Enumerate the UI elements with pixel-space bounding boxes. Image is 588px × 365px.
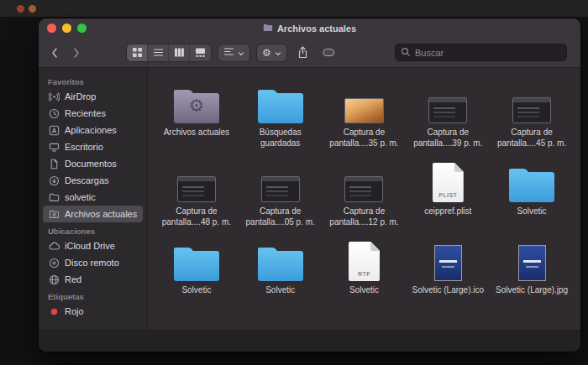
file-item[interactable]: Solvetic (Large).ico: [406, 239, 490, 296]
zoom-button[interactable]: [77, 23, 87, 33]
file-icon-box: [428, 81, 467, 123]
sidebar-item-rojo[interactable]: Rojo: [43, 303, 143, 320]
file-icon-box: [258, 81, 303, 123]
view-switcher: [127, 44, 211, 61]
search-input[interactable]: [415, 48, 561, 58]
file-name: ceippref.plist: [424, 206, 471, 217]
file-item[interactable]: Captura de pantalla....39 p. m.: [406, 81, 490, 149]
sidebar-section-label-ubicaciones: Ubicaciones: [39, 222, 147, 237]
file-item[interactable]: Captura de pantalla....35 p. m.: [323, 81, 407, 149]
file-name: Solvetic: [349, 285, 379, 296]
document-icon: [48, 159, 60, 169]
smart-folder-icon: ⚙: [174, 90, 219, 123]
file-item[interactable]: Solvetic: [490, 160, 574, 227]
applications-icon: [48, 125, 60, 136]
sidebar-item-escritorio[interactable]: Escritorio: [43, 138, 143, 155]
file-item[interactable]: Captura de pantalla....48 p. m.: [155, 160, 239, 227]
folder-icon: [174, 248, 219, 281]
file-icon-box: [174, 239, 219, 281]
close-button[interactable]: [47, 23, 56, 33]
screenshot-thumbnail: [428, 97, 467, 123]
sidebar-item-label: solvetic: [65, 192, 96, 202]
sidebar-item-label: Escritorio: [65, 142, 103, 152]
sidebar-item-descargas[interactable]: Descargas: [43, 172, 143, 189]
sidebar-item-aplicaciones[interactable]: Aplicaciones: [43, 122, 143, 138]
sidebar-item-label: AirDrop: [65, 91, 96, 102]
screenshot-thumbnail: [512, 97, 551, 123]
file-icon-box: [434, 239, 462, 281]
tags-button[interactable]: [319, 48, 339, 57]
actions-button[interactable]: ⚙: [257, 44, 286, 61]
file-item[interactable]: Solvetic: [155, 239, 239, 296]
background-window-minimize-icon: [29, 5, 36, 13]
file-item[interactable]: PLISTceippref.plist: [406, 160, 490, 227]
file-name: Archivos actuales: [164, 128, 229, 138]
file-item[interactable]: Solvetic (Large).jpg: [490, 239, 574, 296]
globe-icon: [48, 274, 60, 285]
back-button[interactable]: [50, 47, 59, 59]
file-item[interactable]: Captura de pantalla....05 p. m.: [239, 160, 323, 227]
file-name: Captura de pantalla....35 p. m.: [323, 128, 407, 149]
share-button[interactable]: [294, 46, 312, 59]
sidebar-item-label: Documentos: [65, 159, 117, 169]
file-item[interactable]: Captura de pantalla....45 p. m.: [490, 81, 574, 149]
view-icons-button[interactable]: [127, 44, 148, 61]
sidebar-item-documentos[interactable]: Documentos: [43, 155, 143, 172]
file-icon-box: [344, 81, 384, 123]
file-item[interactable]: Captura de pantalla....12 p. m.: [323, 160, 407, 227]
sidebar-item-airdrop[interactable]: AirDrop: [43, 88, 143, 105]
search-field[interactable]: [395, 44, 567, 61]
window-controls: [47, 23, 87, 33]
file-name: Solvetic (Large).ico: [412, 285, 484, 296]
window-title: Archivos actuales: [277, 23, 356, 34]
file-name: Solvetic: [265, 285, 295, 296]
title-bar[interactable]: Archivos actuales: [39, 18, 580, 38]
sidebar-item-red[interactable]: Red: [43, 271, 143, 288]
screenshot-thumbnail: [261, 176, 300, 202]
file-item[interactable]: Búsquedas guardadas: [239, 81, 323, 149]
view-gallery-button[interactable]: [190, 44, 211, 61]
file-name: Captura de pantalla....12 p. m.: [323, 206, 407, 227]
photo-thumbnail: [344, 98, 384, 123]
file-name: Solvetic (Large).jpg: [496, 285, 568, 296]
file-item[interactable]: RTFSolvetic: [323, 239, 407, 296]
forward-button[interactable]: [72, 47, 81, 59]
image-thumbnail: [518, 245, 546, 281]
window-body: FavoritosAirDropRecientesAplicacionesEsc…: [39, 68, 580, 330]
sidebar-item-disco-remoto[interactable]: Disco remoto: [43, 254, 143, 271]
sidebar: FavoritosAirDropRecientesAplicacionesEsc…: [39, 68, 148, 330]
sidebar-section-label-favoritos: Favoritos: [39, 73, 147, 88]
image-thumbnail: [434, 245, 462, 281]
sidebar-item-archivos-actuales[interactable]: Archivos actuales: [43, 206, 143, 222]
sidebar-item-icloud-drive[interactable]: iCloud Drive: [43, 237, 143, 254]
clock-icon: [48, 108, 60, 119]
chevron-down-icon: [238, 45, 244, 60]
minimize-button[interactable]: [62, 23, 71, 33]
sidebar-item-solvetic[interactable]: solvetic: [43, 189, 143, 206]
background-window-close-icon: [17, 5, 24, 13]
finder-window: Archivos actuales ⚙ FavoritosAirDr: [39, 18, 580, 352]
window-bottom-strip: [39, 330, 580, 352]
disc-icon: [48, 258, 60, 269]
group-button[interactable]: [218, 44, 249, 61]
file-item[interactable]: Solvetic: [239, 239, 323, 296]
file-icon-box: [258, 239, 303, 281]
document-file-icon: RTF: [349, 242, 380, 281]
file-icon-box: [344, 160, 383, 202]
content-area[interactable]: ⚙Archivos actualesBúsquedas guardadasCap…: [148, 68, 580, 330]
sidebar-item-recientes[interactable]: Recientes: [43, 105, 143, 122]
file-type-badge: PLIST: [433, 192, 464, 198]
chevron-down-icon: [275, 45, 281, 60]
file-item[interactable]: ⚙Archivos actuales: [155, 81, 239, 149]
folder-icon: [258, 248, 303, 281]
sidebar-item-label: Aplicaciones: [65, 125, 117, 135]
file-icon-box: [509, 160, 554, 202]
view-columns-button[interactable]: [169, 44, 190, 61]
file-name: Solvetic: [181, 285, 211, 296]
airdrop-icon: [48, 91, 60, 102]
screenshot-thumbnail: [344, 176, 383, 202]
view-list-button[interactable]: [148, 44, 169, 61]
sidebar-item-label: Rojo: [65, 306, 84, 316]
file-icon-box: [261, 160, 300, 202]
file-icon-box: [512, 81, 551, 123]
